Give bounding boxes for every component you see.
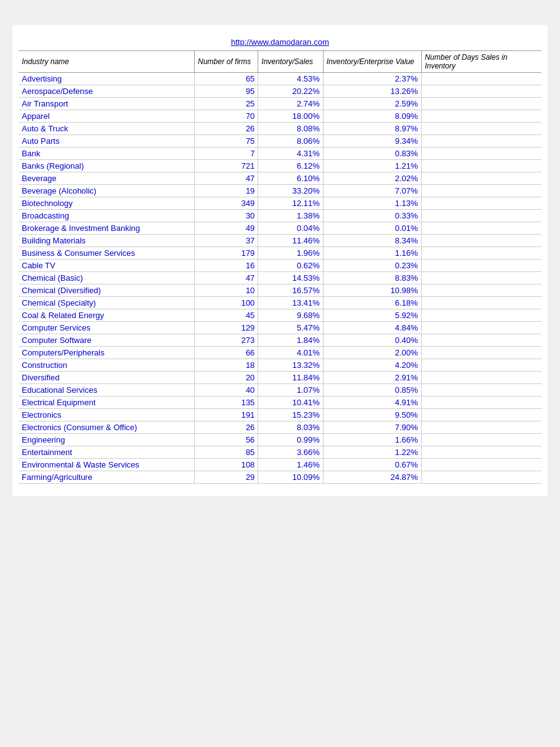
col-header-firms: Number of firms xyxy=(195,51,258,73)
data-cell: 11.84% xyxy=(258,372,323,384)
table-row: Entertainment853.66%1.22% xyxy=(19,446,541,459)
data-cell xyxy=(421,123,541,135)
col-header-inv-sales: Inventory/Sales xyxy=(258,51,323,73)
data-cell: 1.46% xyxy=(258,459,323,471)
data-cell xyxy=(421,197,541,210)
table-row: Chemical (Specialty)10013.41%6.18% xyxy=(19,297,541,309)
data-cell: 721 xyxy=(195,160,258,172)
industry-name-cell: Business & Consumer Services xyxy=(19,247,195,260)
data-cell xyxy=(421,135,541,148)
industry-name-cell: Computer Services xyxy=(19,322,195,334)
data-cell: 56 xyxy=(195,434,258,446)
data-cell: 20.22% xyxy=(258,85,323,98)
data-cell xyxy=(421,409,541,421)
data-cell xyxy=(421,235,541,247)
data-cell: 7.07% xyxy=(323,185,421,197)
data-cell: 4.01% xyxy=(258,347,323,359)
table-row: Air Transport252.74%2.59% xyxy=(19,98,541,110)
data-cell: 2.02% xyxy=(323,172,421,185)
data-cell: 0.85% xyxy=(323,384,421,397)
industry-name-cell: Diversified xyxy=(19,372,195,384)
industry-name-cell: Building Materials xyxy=(19,235,195,247)
data-cell: 135 xyxy=(195,397,258,409)
data-cell: 1.07% xyxy=(258,384,323,397)
col-header-inv-ev: Inventory/Enterprise Value xyxy=(323,51,421,73)
data-cell: 8.97% xyxy=(323,123,421,135)
data-cell: 7 xyxy=(195,148,258,160)
damodaran-link[interactable]: http://www.damodaran.com xyxy=(231,37,329,47)
data-cell: 2.37% xyxy=(323,73,421,85)
data-cell: 26 xyxy=(195,123,258,135)
data-cell xyxy=(421,222,541,235)
table-row: Electrical Equipment13510.41%4.91% xyxy=(19,397,541,409)
industry-name-cell: Computers/Peripherals xyxy=(19,347,195,359)
data-cell: 20 xyxy=(195,372,258,384)
data-cell: 40 xyxy=(195,384,258,397)
industry-name-cell: Brokerage & Investment Banking xyxy=(19,222,195,235)
data-cell xyxy=(421,110,541,123)
data-cell: 26 xyxy=(195,421,258,434)
data-cell: 14.53% xyxy=(258,272,323,284)
table-row: Advertising654.53%2.37% xyxy=(19,73,541,85)
data-cell: 9.50% xyxy=(323,409,421,421)
data-cell xyxy=(421,397,541,409)
data-cell xyxy=(421,73,541,85)
industry-name-cell: Electronics (Consumer & Office) xyxy=(19,421,195,434)
data-cell: 100 xyxy=(195,297,258,309)
data-cell: 10.41% xyxy=(258,397,323,409)
data-cell: 18 xyxy=(195,359,258,372)
data-cell: 2.91% xyxy=(323,372,421,384)
data-cell: 1.84% xyxy=(258,334,323,347)
data-cell xyxy=(421,98,541,110)
table-row: Computer Services1295.47%4.84% xyxy=(19,322,541,334)
table-row: Auto Parts758.06%9.34% xyxy=(19,135,541,148)
data-cell: 65 xyxy=(195,73,258,85)
data-cell xyxy=(421,148,541,160)
industry-name-cell: Coal & Related Energy xyxy=(19,309,195,322)
data-cell: 0.40% xyxy=(323,334,421,347)
data-cell: 30 xyxy=(195,210,258,222)
data-cell: 13.26% xyxy=(323,85,421,98)
header-link-section: http://www.damodaran.com xyxy=(19,37,541,47)
data-cell xyxy=(421,247,541,260)
table-row: Diversified2011.84%2.91% xyxy=(19,372,541,384)
table-row: Auto & Truck268.08%8.97% xyxy=(19,123,541,135)
data-cell: 29 xyxy=(195,471,258,484)
data-cell: 6.12% xyxy=(258,160,323,172)
data-cell: 12.11% xyxy=(258,197,323,210)
col-header-industry: Industry name xyxy=(19,51,195,73)
table-row: Brokerage & Investment Banking490.04%0.0… xyxy=(19,222,541,235)
data-cell xyxy=(421,309,541,322)
data-cell xyxy=(421,421,541,434)
data-cell: 8.83% xyxy=(323,272,421,284)
data-cell: 10 xyxy=(195,284,258,297)
data-cell: 349 xyxy=(195,197,258,210)
industry-name-cell: Chemical (Diversified) xyxy=(19,284,195,297)
industry-name-cell: Beverage (Alcoholic) xyxy=(19,185,195,197)
industry-name-cell: Air Transport xyxy=(19,98,195,110)
data-cell: 4.31% xyxy=(258,148,323,160)
industry-name-cell: Broadcasting xyxy=(19,210,195,222)
industry-name-cell: Environmental & Waste Services xyxy=(19,459,195,471)
data-cell: 10.09% xyxy=(258,471,323,484)
table-row: Electronics (Consumer & Office)268.03%7.… xyxy=(19,421,541,434)
data-cell: 0.99% xyxy=(258,434,323,446)
data-cell: 75 xyxy=(195,135,258,148)
data-cell: 2.00% xyxy=(323,347,421,359)
table-row: Coal & Related Energy459.68%5.92% xyxy=(19,309,541,322)
industry-name-cell: Bank xyxy=(19,148,195,160)
data-cell: 4.20% xyxy=(323,359,421,372)
data-cell: 47 xyxy=(195,172,258,185)
industry-table: Industry name Number of firms Inventory/… xyxy=(19,50,541,484)
data-cell: 0.33% xyxy=(323,210,421,222)
data-cell: 47 xyxy=(195,272,258,284)
data-cell xyxy=(421,85,541,98)
industry-name-cell: Beverage xyxy=(19,172,195,185)
data-cell xyxy=(421,160,541,172)
data-cell: 16 xyxy=(195,260,258,272)
data-cell: 1.66% xyxy=(323,434,421,446)
main-container: http://www.damodaran.com Industry name N… xyxy=(12,25,548,496)
data-cell: 179 xyxy=(195,247,258,260)
data-cell: 85 xyxy=(195,446,258,459)
data-cell: 24.87% xyxy=(323,471,421,484)
